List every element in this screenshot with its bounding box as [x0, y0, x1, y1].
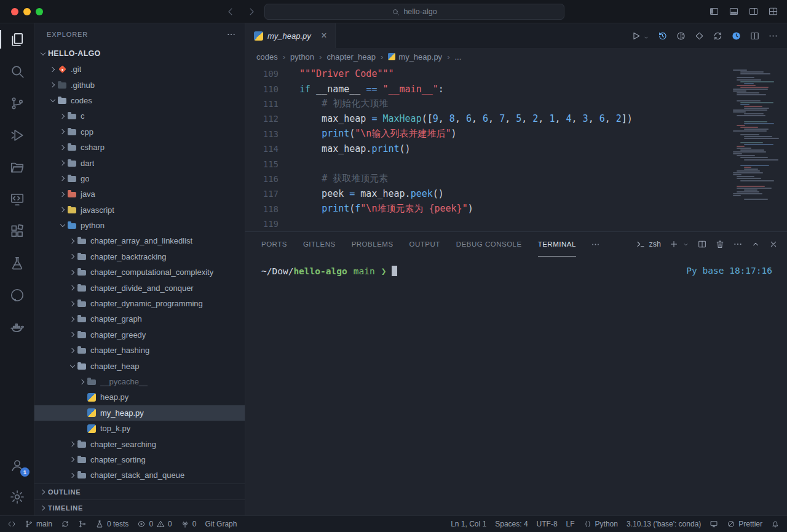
vm-indicator[interactable]: [710, 520, 718, 528]
tree-item-csharp[interactable]: csharp: [34, 140, 245, 155]
breadcrumb-my_heap.py[interactable]: my_heap.py: [388, 52, 442, 62]
tree-item-chapter_heap[interactable]: chapter_heap: [34, 358, 245, 373]
tree-item-chapter_computational_complexity[interactable]: chapter_computational_complexity: [34, 264, 245, 280]
tree-item-heap.py[interactable]: heap.py: [34, 389, 245, 405]
navigate-forward-icon[interactable]: [246, 6, 257, 17]
code-editor[interactable]: 109"""Driver Code"""110if __name__ == "_…: [245, 65, 787, 231]
close-tab-icon[interactable]: ×: [318, 30, 330, 42]
breadcrumb-...[interactable]: ...: [454, 52, 461, 62]
tree-item-chapter_dynamic_programming[interactable]: chapter_dynamic_programming: [34, 296, 245, 311]
git-graph[interactable]: Git Graph: [205, 520, 237, 528]
maximize-panel-icon[interactable]: [751, 239, 761, 249]
activity-settings[interactable]: [0, 481, 34, 513]
section-timeline[interactable]: TIMELINE: [34, 499, 245, 515]
close-window-button[interactable]: [11, 8, 18, 15]
tree-item-go[interactable]: go: [34, 171, 245, 186]
panel-tab-ports[interactable]: PORTS: [261, 232, 287, 256]
terminal-shell-picker[interactable]: zsh: [636, 239, 661, 249]
command-center-search[interactable]: hello-algo: [264, 4, 564, 20]
python-interpreter[interactable]: 3.10.13 ('base': conda): [627, 520, 701, 528]
sync-file-icon[interactable]: [713, 31, 723, 41]
sync-changes[interactable]: [61, 520, 69, 528]
file-history-icon[interactable]: [657, 31, 668, 41]
close-panel-icon[interactable]: [769, 239, 778, 249]
toggle-sidebar-icon[interactable]: [709, 6, 719, 17]
tree-item-c[interactable]: c: [34, 108, 245, 124]
activity-run-and-debug[interactable]: [0, 119, 34, 151]
gitlens-graph-icon[interactable]: [694, 31, 705, 41]
tree-item-chapter_sorting[interactable]: chapter_sorting: [34, 452, 245, 467]
tab-my-heap-py[interactable]: my_heap.py ×: [245, 23, 336, 48]
section-outline[interactable]: OUTLINE: [34, 483, 245, 499]
minimap[interactable]: [732, 68, 783, 201]
new-terminal-icon[interactable]: [669, 239, 679, 249]
activity-remote-explorer[interactable]: [0, 183, 34, 215]
breadcrumb-python[interactable]: python: [290, 52, 314, 62]
kill-terminal-icon[interactable]: [715, 239, 725, 249]
tree-item-chapter_hashing[interactable]: chapter_hashing: [34, 343, 245, 358]
tree-item-chapter_array_and_linkedlist[interactable]: chapter_array_and_linkedlist: [34, 233, 245, 248]
panel-more-actions-icon[interactable]: [733, 239, 743, 249]
language-mode[interactable]: Python: [583, 520, 618, 528]
customize-layout-icon[interactable]: [768, 6, 778, 17]
tree-item-.github[interactable]: .github: [34, 77, 245, 92]
tree-item-__pycache__[interactable]: __pycache__: [34, 374, 245, 389]
code-time-icon[interactable]: [731, 31, 742, 41]
tree-item-chapter_greedy[interactable]: chapter_greedy: [34, 327, 245, 343]
tree-item-chapter_stack_and_queue[interactable]: chapter_stack_and_queue: [34, 467, 245, 483]
split-terminal-icon[interactable]: [697, 239, 707, 249]
panel-tab-problems[interactable]: PROBLEMS: [352, 232, 394, 256]
run-python-file-icon[interactable]: [631, 31, 641, 41]
tree-item-chapter_divide_and_conquer[interactable]: chapter_divide_and_conquer: [34, 280, 245, 295]
problems[interactable]: 00: [137, 520, 172, 528]
activity-testing[interactable]: [0, 247, 34, 279]
more-actions-icon[interactable]: [768, 31, 778, 41]
activity-github[interactable]: [0, 279, 34, 311]
terminal-dropdown-icon[interactable]: [682, 241, 689, 248]
activity-project-manager[interactable]: [0, 151, 34, 183]
tree-item-.git[interactable]: .git: [34, 62, 245, 77]
panel-tab-debug-console[interactable]: DEBUG CONSOLE: [456, 232, 522, 256]
notifications[interactable]: [771, 520, 780, 528]
split-editor-icon[interactable]: [749, 31, 760, 41]
indentation[interactable]: Spaces: 4: [495, 520, 528, 528]
forwarded-ports[interactable]: 0: [181, 520, 197, 528]
remote-indicator[interactable]: [7, 520, 16, 528]
activity-docker[interactable]: [0, 311, 34, 343]
activity-source-control[interactable]: [0, 87, 34, 119]
tree-item-java[interactable]: java: [34, 186, 245, 202]
tree-item-cpp[interactable]: cpp: [34, 124, 245, 140]
breadcrumb-codes[interactable]: codes: [256, 52, 278, 62]
prettier[interactable]: Prettier: [727, 520, 762, 528]
activity-explorer[interactable]: [0, 23, 34, 55]
zoom-window-button[interactable]: [36, 8, 43, 15]
tree-item-chapter_backtracking[interactable]: chapter_backtracking: [34, 249, 245, 264]
minimize-window-button[interactable]: [23, 8, 31, 15]
tree-item-javascript[interactable]: javascript: [34, 202, 245, 218]
tree-item-dart[interactable]: dart: [34, 155, 245, 170]
tree-item-codes[interactable]: codes: [34, 93, 245, 108]
panel-tabs-more-icon[interactable]: [591, 240, 600, 249]
cursor-position[interactable]: Ln 1, Col 1: [451, 520, 486, 528]
breadcrumb-chapter_heap[interactable]: chapter_heap: [326, 52, 376, 62]
navigate-back-icon[interactable]: [225, 6, 236, 17]
git-branch[interactable]: main: [25, 520, 52, 528]
explorer-more-actions-icon[interactable]: [226, 30, 236, 39]
activity-extensions[interactable]: [0, 215, 34, 247]
panel-tab-gitlens[interactable]: GITLENS: [303, 232, 336, 256]
toggle-secondary-sidebar-icon[interactable]: [748, 6, 759, 17]
terminal[interactable]: ~/Dow/hello-algomain❯ Py base 18:17:16: [245, 256, 787, 515]
tree-item-top_k.py[interactable]: top_k.py: [34, 421, 245, 436]
activity-accounts[interactable]: 1: [0, 449, 34, 481]
panel-tab-terminal[interactable]: TERMINAL: [538, 232, 576, 256]
tree-item-chapter_graph[interactable]: chapter_graph: [34, 311, 245, 327]
tree-item-my_heap.py[interactable]: my_heap.py: [34, 405, 245, 421]
toggle-panel-icon[interactable]: [729, 6, 739, 17]
tree-item-python[interactable]: python: [34, 218, 245, 233]
panel-tab-output[interactable]: OUTPUT: [409, 232, 440, 256]
activity-search[interactable]: [0, 55, 34, 87]
project-root-row[interactable]: HELLO-ALGO: [34, 46, 245, 62]
open-changes-icon[interactable]: [676, 31, 686, 41]
test-results[interactable]: 0 tests: [95, 520, 129, 528]
tree-item-chapter_searching[interactable]: chapter_searching: [34, 436, 245, 451]
